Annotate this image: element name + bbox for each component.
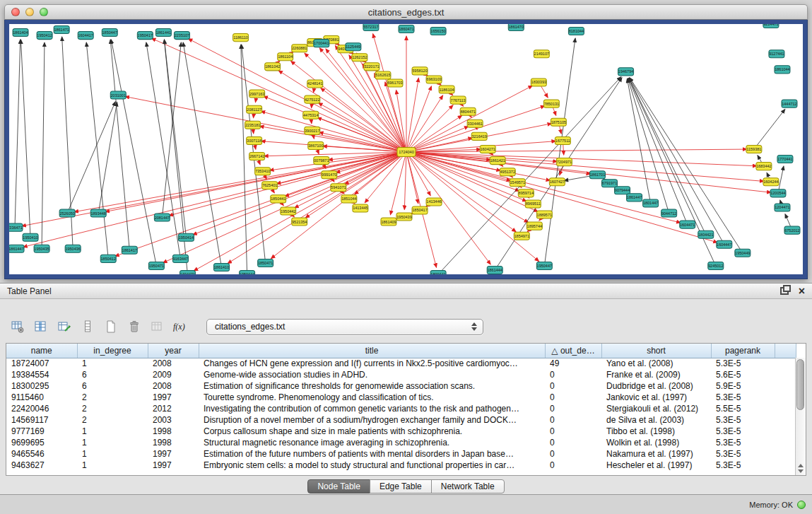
import-table-icon[interactable] [148, 318, 167, 335]
graph-node[interactable]: 1950439 [396, 213, 412, 221]
graph-node[interactable]: 2031001 [110, 91, 126, 99]
graph-node[interactable]: 1861404 [13, 29, 28, 37]
graph-node[interactable]: 1830393 [531, 78, 546, 86]
close-panel-icon[interactable]: × [799, 286, 805, 297]
graph-node[interactable]: 1950447 [536, 262, 552, 269]
graph-node[interactable]: 1861447 [9, 245, 24, 252]
graph-node[interactable]: 6961703 [387, 79, 403, 87]
graph-node[interactable]: 1549571 [510, 179, 525, 187]
delete-table-icon[interactable] [125, 318, 143, 335]
graph-node[interactable]: 1950435 [34, 245, 49, 252]
function-icon[interactable]: f(x) [172, 318, 190, 335]
graph-node[interactable]: 5162615 [375, 71, 391, 79]
graph-node[interactable]: 2526050 [59, 209, 75, 217]
table-source-dropdown[interactable]: citations_edges.txt [206, 319, 483, 335]
graph-node[interactable]: 1861470 [508, 24, 524, 31]
graph-node[interactable]: 8181044 [568, 28, 584, 35]
column-header-short[interactable]: short [601, 344, 711, 358]
graph-node[interactable]: 1895744 [526, 222, 542, 230]
graph-node[interactable]: 1950449 [735, 249, 751, 257]
graph-node[interactable]: 1677511 [555, 136, 570, 144]
graph-node[interactable]: 2260881 [292, 45, 307, 52]
table-row[interactable]: 946362711997Embryonic stem cells: a mode… [6, 460, 796, 471]
graph-node[interactable]: 1159381 [746, 145, 762, 153]
column-header-year[interactable]: year [148, 344, 199, 358]
graph-node[interactable]: 9163447 [172, 255, 188, 262]
graph-node[interactable]: 1186110 [233, 34, 249, 42]
graph-node[interactable]: 1204471 [775, 204, 790, 211]
graph-node[interactable]: 2235181 [245, 121, 261, 129]
table-row[interactable]: 1938455462009Genome-wide association stu… [6, 369, 796, 380]
table-row[interactable]: 969969511998Structural magnetic resonanc… [6, 437, 796, 448]
graph-node[interactable]: 1861701 [589, 171, 605, 179]
graph-node[interactable]: 1125449 [346, 43, 361, 51]
graph-node[interactable]: 8969511 [525, 200, 541, 208]
graph-node[interactable]: 1854971 [514, 232, 529, 240]
graph-node[interactable]: 4475314 [303, 111, 319, 119]
graph-node[interactable]: 1700441 [314, 40, 329, 47]
graph-node[interactable]: 1861417 [122, 246, 137, 254]
graph-node[interactable]: 9521354 [292, 218, 307, 226]
graph-node[interactable]: 7625401 [262, 182, 278, 189]
graph-node[interactable]: 5572317 [363, 24, 379, 31]
graph-node[interactable]: 2081127 [247, 105, 262, 113]
graph-node[interactable]: 9127441 [769, 50, 784, 58]
graph-node[interactable]: 1770441 [777, 156, 793, 163]
column-select-icon[interactable] [32, 318, 50, 335]
table-row[interactable]: 977716911998Corpus callosum shape and si… [6, 426, 796, 437]
graph-node[interactable]: 2667142 [249, 153, 265, 160]
tab-node-table[interactable]: Node Table [307, 479, 370, 493]
graph-node[interactable]: 1861104 [278, 53, 293, 61]
window-titlebar[interactable]: citations_edges.txt [4, 4, 808, 20]
new-document-icon[interactable] [102, 318, 120, 335]
graph-node[interactable]: 1724040 [397, 147, 416, 156]
graph-node[interactable]: 3220171 [364, 63, 379, 71]
table-scrollbar[interactable] [795, 358, 806, 475]
minimize-button[interactable] [25, 8, 34, 16]
graph-node[interactable]: 7767113 [450, 96, 466, 104]
graph-node[interactable]: 1861421 [490, 157, 505, 165]
table-row[interactable]: 1456911722003Disruption of a novel membe… [6, 414, 796, 426]
graph-node[interactable]: 1950414 [178, 233, 194, 241]
column-header-pagerank[interactable]: pagerank [711, 344, 775, 358]
graph-node[interactable]: 9245012 [708, 262, 724, 269]
graph-node[interactable]: 9991470 [322, 171, 337, 179]
graph-node[interactable]: 1800441 [430, 270, 446, 274]
graph-node[interactable]: 1413445 [353, 204, 368, 212]
graph-node[interactable]: 5941071 [331, 184, 346, 192]
table-row[interactable]: 911546021997Tourette syndrome. Phenomeno… [6, 392, 796, 403]
graph-node[interactable]: 4951372 [500, 168, 515, 176]
graph-node[interactable]: 1861447 [627, 194, 642, 201]
graph-node[interactable]: 1950442 [281, 207, 296, 215]
column-header-title[interactable]: title [199, 344, 545, 358]
network-graph[interactable]: 1724040299716320811272235181300711826671… [9, 24, 803, 274]
graph-node[interactable]: 9079444 [615, 187, 630, 194]
edit-table-icon[interactable] [55, 318, 73, 335]
column-header-out_de[interactable]: △ out_de… [545, 344, 601, 358]
graph-node[interactable]: 0079871 [314, 157, 329, 165]
graph-node[interactable]: 1850441 [271, 195, 286, 203]
graph-node[interactable]: 7850131 [543, 100, 559, 107]
graph-node[interactable]: 1950471 [148, 262, 164, 269]
graph-node[interactable]: 1604471 [680, 221, 695, 228]
graph-node[interactable]: 2235107 [174, 32, 189, 40]
graph-node[interactable]: 1604271 [480, 145, 495, 153]
graph-node[interactable]: 1950412 [37, 32, 52, 40]
graph-node[interactable]: 1404471 [180, 270, 195, 274]
graph-node[interactable]: 9044712 [661, 209, 677, 217]
graph-node[interactable]: 7353410 [255, 168, 271, 175]
graph-node[interactable]: 9214471 [763, 24, 779, 28]
graph-node[interactable]: 2336471 [9, 223, 23, 231]
graph-node[interactable]: 1861410 [214, 263, 230, 271]
table-settings-icon[interactable] [8, 318, 27, 335]
table-row[interactable]: 2242004622012Investigating the contribut… [6, 403, 796, 414]
graph-node[interactable]: 1186104 [439, 86, 454, 93]
graph-node[interactable]: 3304461 [467, 119, 483, 127]
column-header-name[interactable]: name [6, 344, 77, 358]
graph-node[interactable]: 1950444 [240, 270, 255, 274]
graph-node[interactable]: 1950436 [65, 245, 81, 252]
graph-node[interactable]: 1604244 [763, 178, 779, 186]
graph-node[interactable]: 2149107 [534, 50, 549, 58]
graph-node[interactable]: 8804471 [460, 107, 476, 115]
table-row[interactable]: 946554611997Estimation of the future num… [6, 448, 796, 460]
